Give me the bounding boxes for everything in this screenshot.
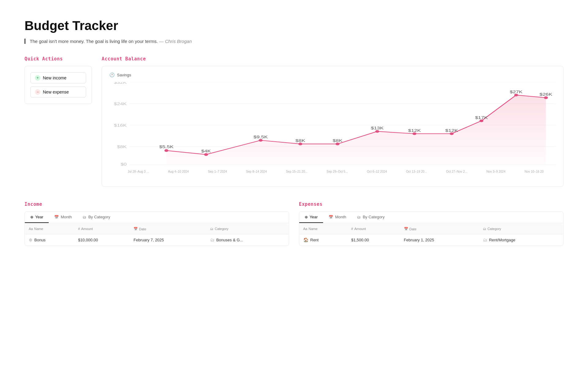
expenses-row-amount: $1,500.00 [348, 234, 400, 246]
svg-text:$8K: $8K [333, 139, 342, 143]
x-label: Sep 8–14 2024 [246, 170, 267, 173]
data-point [375, 130, 379, 133]
new-expense-label: New expense [43, 90, 69, 94]
income-tab-month-label: Month [61, 215, 72, 219]
chart-area: $32K $24K $16K $8K $0 [109, 82, 556, 180]
expenses-tab-month[interactable]: 📅 Month [323, 212, 352, 223]
svg-text:$32K: $32K [114, 82, 127, 85]
account-balance-title: Account Balance [102, 56, 564, 62]
quick-actions-section: Quick Actions + New income − New expense [24, 56, 92, 187]
expenses-col-name: Aa Name [300, 224, 348, 234]
expenses-table-wrapper: ⊕ Year 📅 Month 🗂 By Category Aa Nam [299, 211, 564, 246]
x-label: Nov 3–9 2024 [486, 170, 505, 173]
x-label: Aug 4–10 2024 [168, 170, 189, 173]
x-label: Sep 15–21 20... [286, 170, 307, 173]
svg-text:$9.5K: $9.5K [254, 135, 268, 139]
income-table-row: ⊕ Bonus $10,000.00 February 7, 2025 🗂 Bo… [25, 234, 289, 246]
svg-text:$12K: $12K [408, 128, 421, 132]
data-point [413, 132, 417, 135]
data-point [336, 143, 340, 145]
exp-cat-col-icon: 🗂 [483, 227, 486, 231]
income-row-icon: ⊕ [29, 237, 32, 242]
expenses-row-category: 🗂 Rent/Mortgage [479, 234, 563, 246]
data-point [298, 143, 302, 145]
amount-col-icon: # [78, 227, 80, 231]
name-col-icon: Aa [29, 227, 33, 231]
data-point [164, 149, 168, 152]
data-point [544, 96, 548, 99]
svg-text:$5.5K: $5.5K [159, 145, 174, 149]
svg-text:$4K: $4K [201, 149, 211, 153]
expenses-col-date: 📅 Date [400, 224, 479, 234]
income-col-amount: # Amount [74, 224, 130, 234]
chart-card: 🕐 Savings $32K $24K $16K $8K $0 [102, 66, 564, 187]
legend-clock-icon: 🕐 [109, 72, 115, 77]
income-tab-category-label: By Category [88, 215, 110, 219]
x-label: Sep 29–Oct 5... [326, 170, 348, 173]
income-col-date: 📅 Date [130, 224, 206, 234]
exp-year-tab-icon: ⊕ [305, 215, 308, 219]
quote-text: The goal isn't more money. The goal is l… [30, 39, 158, 44]
chart-legend: 🕐 Savings [109, 72, 556, 77]
expenses-tab-category[interactable]: 🗂 By Category [352, 212, 390, 223]
income-tab-year-label: Year [35, 215, 43, 219]
expenses-table: Aa Name # Amount 📅 Date 🗂 Category [299, 223, 563, 246]
income-row-category: 🗂 Bonuses & G... [206, 234, 288, 246]
expenses-tab-year[interactable]: ⊕ Year [299, 212, 323, 223]
expenses-row-icon: 🏠 [303, 237, 308, 242]
x-axis-labels: Jul 28–Aug 3 ... Aug 4–10 2024 Sep 1–7 2… [109, 169, 556, 173]
chart-svg: $32K $24K $16K $8K $0 [109, 82, 556, 168]
exp-amount-col-icon: # [351, 227, 353, 231]
svg-text:$26K: $26K [540, 92, 552, 96]
new-income-button[interactable]: + New income [30, 72, 86, 83]
income-tab-year[interactable]: ⊕ Year [25, 212, 49, 223]
svg-text:$8K: $8K [117, 145, 127, 149]
expenses-row-date: February 1, 2025 [400, 234, 479, 246]
svg-text:$8K: $8K [296, 139, 305, 143]
income-cat-icon: 🗂 [210, 237, 214, 242]
svg-text:$16K: $16K [114, 123, 127, 127]
expenses-col-category: 🗂 Category [479, 224, 563, 234]
x-label: Oct 13–19 20... [406, 170, 427, 173]
chart-area-fill [166, 95, 546, 165]
data-point [480, 120, 484, 122]
expenses-cat-icon: 🗂 [483, 237, 487, 242]
new-expense-button[interactable]: − New expense [30, 86, 86, 98]
svg-text:$12K: $12K [445, 128, 458, 132]
expenses-table-header: Aa Name # Amount 📅 Date 🗂 Category [300, 224, 563, 234]
income-row-amount: $10,000.00 [74, 234, 130, 246]
category-tab-icon: 🗂 [83, 215, 86, 219]
account-balance-section: Account Balance 🕐 Savings $32K $24K [102, 56, 564, 187]
data-point [259, 139, 263, 142]
income-tabs: ⊕ Year 📅 Month 🗂 By Category [25, 212, 289, 223]
quote-block: The goal isn't more money. The goal is l… [24, 39, 564, 44]
new-expense-icon: − [35, 89, 40, 95]
page-title: Budget Tracker [24, 18, 564, 33]
x-label: Sep 1–7 2024 [208, 170, 227, 173]
expenses-section: Expenses ⊕ Year 📅 Month 🗂 By Category [299, 201, 564, 246]
expenses-table-row: 🏠 Rent $1,500.00 February 1, 2025 🗂 Rent… [300, 234, 563, 246]
expenses-tab-category-label: By Category [363, 215, 385, 219]
month-tab-icon: 📅 [54, 215, 59, 219]
income-row-name: ⊕ Bonus [25, 234, 74, 246]
income-tab-month[interactable]: 📅 Month [49, 212, 77, 223]
year-tab-icon: ⊕ [30, 215, 33, 219]
expenses-col-amount: # Amount [348, 224, 400, 234]
svg-text:$0: $0 [121, 163, 127, 167]
data-point [450, 132, 454, 135]
exp-month-tab-icon: 📅 [329, 215, 333, 219]
new-income-label: New income [43, 75, 66, 80]
svg-text:$13K: $13K [371, 126, 384, 130]
income-title: Income [24, 201, 289, 207]
expenses-tabs: ⊕ Year 📅 Month 🗂 By Category [299, 212, 563, 223]
x-label: Oct 27–Nov 2... [446, 170, 467, 173]
svg-text:$27K: $27K [510, 90, 523, 94]
income-section: Income ⊕ Year 📅 Month 🗂 By Category [24, 201, 289, 246]
income-tab-category[interactable]: 🗂 By Category [77, 212, 116, 223]
income-table-wrapper: ⊕ Year 📅 Month 🗂 By Category Aa Nam [24, 211, 289, 246]
x-label: Oct 6–12 2024 [367, 170, 387, 173]
expenses-row-name: 🏠 Rent [300, 234, 348, 246]
expenses-tab-month-label: Month [335, 215, 346, 219]
cat-col-icon: 🗂 [210, 227, 213, 231]
svg-text:$17K: $17K [475, 116, 488, 120]
